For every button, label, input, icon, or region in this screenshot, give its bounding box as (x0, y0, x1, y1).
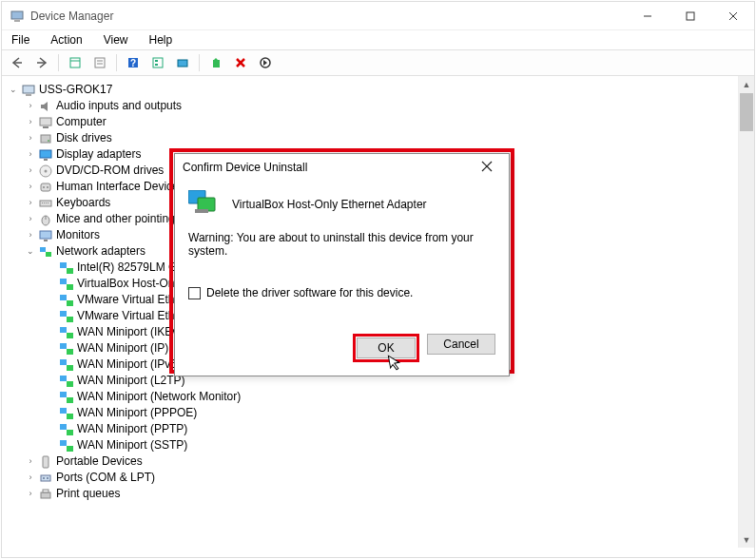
svg-rect-81 (195, 209, 208, 213)
tree-label: DVD/CD-ROM drives (56, 163, 164, 179)
update-driver-button[interactable] (204, 52, 227, 73)
tree-row[interactable]: WAN Miniport (PPPOE) (8, 405, 734, 421)
scrollbar-thumb[interactable] (740, 93, 753, 131)
scroll-down-button[interactable]: ▼ (739, 531, 754, 548)
expand-icon[interactable]: › (25, 195, 36, 211)
svg-rect-50 (67, 284, 73, 290)
expand-icon[interactable]: › (25, 179, 36, 195)
svg-rect-62 (67, 381, 73, 387)
svg-rect-17 (155, 64, 158, 66)
ok-button-highlight: OK (353, 334, 419, 362)
maximize-button[interactable] (669, 2, 711, 29)
scan-hardware-button[interactable] (171, 52, 194, 73)
tree-label: Human Interface Devices (56, 179, 184, 195)
dialog-close-button[interactable] (473, 160, 501, 175)
svg-rect-37 (42, 202, 43, 203)
tree-row[interactable]: › Portable Devices (8, 453, 734, 470)
svg-rect-56 (67, 333, 73, 338)
nic-icon (59, 260, 74, 276)
tree-row[interactable]: WAN Miniport (Network Monitor) (8, 389, 734, 405)
tree-label: WAN Miniport (L2TP) (77, 373, 185, 389)
svg-rect-53 (60, 311, 67, 317)
tree-label: WAN Miniport (PPTP) (77, 421, 187, 437)
svg-rect-29 (40, 150, 51, 158)
mouse-icon (38, 212, 53, 227)
monitor-icon (38, 228, 53, 243)
nic-icon (59, 406, 74, 421)
forward-button[interactable] (30, 52, 53, 73)
menubar: File Action View Help (2, 30, 754, 49)
close-button[interactable] (711, 2, 754, 29)
disable-button[interactable] (254, 52, 277, 73)
tree-row[interactable]: WAN Miniport (SSTP) (8, 437, 734, 453)
delete-driver-checkbox[interactable]: Delete the driver software for this devi… (188, 286, 495, 299)
tree-row[interactable]: › Audio inputs and outputs (8, 98, 734, 114)
menu-view[interactable]: View (100, 31, 132, 48)
svg-point-28 (48, 140, 49, 142)
uninstall-button[interactable] (229, 52, 252, 73)
tree-label: Display adapters (56, 146, 141, 163)
tree-row[interactable]: ⌄ USS-GROK17 (8, 82, 734, 98)
svg-rect-23 (23, 86, 34, 93)
collapse-icon[interactable]: ⌄ (25, 243, 36, 260)
ok-button[interactable]: OK (357, 337, 416, 358)
vertical-scrollbar[interactable]: ▲ ▼ (738, 76, 754, 548)
expand-icon[interactable]: › (25, 130, 36, 146)
tree-label: WAN Miniport (SSTP) (77, 437, 187, 453)
network-icon (38, 244, 53, 260)
minimize-button[interactable] (626, 2, 669, 29)
svg-rect-68 (67, 430, 73, 435)
svg-rect-1 (14, 20, 20, 22)
svg-rect-30 (44, 159, 48, 161)
tree-row[interactable]: WAN Miniport (PPTP) (8, 421, 734, 437)
svg-rect-16 (155, 60, 158, 62)
help-button[interactable]: ? (122, 52, 145, 73)
expand-icon[interactable]: › (25, 211, 36, 227)
show-hidden-button[interactable] (64, 52, 87, 73)
scroll-up-button[interactable]: ▲ (739, 76, 754, 92)
svg-rect-8 (70, 58, 80, 67)
menu-action[interactable]: Action (47, 31, 86, 48)
tree-label: Print queues (56, 486, 120, 502)
expand-icon[interactable]: › (25, 486, 36, 502)
back-button[interactable] (6, 52, 29, 73)
portable-icon (38, 454, 53, 470)
svg-rect-80 (198, 198, 215, 211)
svg-rect-33 (41, 183, 50, 191)
svg-rect-72 (41, 475, 50, 481)
svg-point-74 (47, 477, 48, 479)
tree-row[interactable]: › Ports (COM & LPT) (8, 470, 734, 486)
tree-label: Computer (56, 114, 107, 130)
expand-icon[interactable]: › (25, 227, 36, 243)
expand-icon[interactable]: › (25, 114, 36, 130)
properties-button[interactable] (88, 52, 111, 73)
keyboard-icon (38, 196, 53, 211)
collapse-icon[interactable]: ⌄ (8, 82, 19, 98)
expand-icon[interactable]: › (25, 146, 36, 163)
tree-label: WAN Miniport (IP) (77, 340, 168, 357)
checkbox-icon (188, 287, 201, 299)
expand-icon[interactable]: › (25, 163, 36, 179)
menu-file[interactable]: File (8, 31, 33, 48)
tree-button[interactable] (146, 52, 169, 73)
expand-icon[interactable]: › (25, 98, 36, 114)
cancel-button[interactable]: Cancel (427, 334, 495, 355)
svg-point-32 (45, 169, 48, 172)
svg-rect-46 (46, 252, 51, 257)
scrollbar-track[interactable] (739, 132, 754, 531)
svg-point-73 (43, 477, 45, 479)
tree-label: Monitors (56, 227, 100, 243)
expand-icon[interactable]: › (25, 453, 36, 470)
tree-row[interactable]: › Computer (8, 114, 734, 130)
tree-row[interactable]: › Disk drives (8, 130, 734, 146)
nic-icon (59, 341, 74, 357)
expand-icon[interactable]: › (25, 470, 36, 486)
svg-rect-69 (60, 440, 67, 446)
svg-rect-3 (687, 12, 694, 20)
tree-label: WAN Miniport (PPPOE) (77, 405, 197, 421)
ports-icon (38, 471, 53, 486)
menu-help[interactable]: Help (145, 31, 177, 48)
svg-rect-59 (60, 359, 67, 365)
tree-row[interactable]: › Print queues (8, 486, 734, 502)
svg-rect-57 (60, 343, 67, 349)
